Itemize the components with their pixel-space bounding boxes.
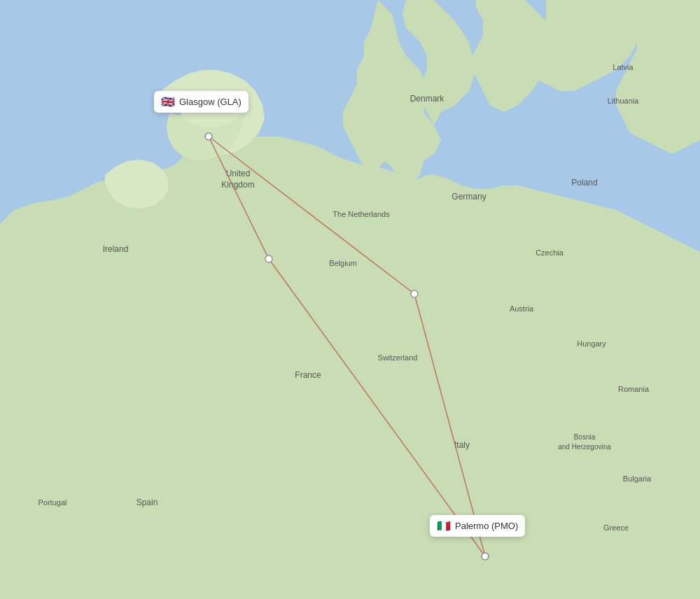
label-germany: Germany xyxy=(451,192,486,202)
waypoint1-dot xyxy=(265,255,272,262)
label-switzerland: Switzerland xyxy=(378,353,418,362)
label-lithuania: Lithuania xyxy=(608,97,640,105)
label-ireland: Ireland xyxy=(103,244,129,254)
label-portugal: Portugal xyxy=(38,498,67,507)
label-netherlands: The Netherlands xyxy=(332,210,390,218)
map-svg: Denmark Latvia Lithuania Poland Germany … xyxy=(0,0,700,599)
label-latvia: Latvia xyxy=(612,63,634,71)
label-bosnia: Bosnia xyxy=(574,433,596,441)
label-italy: Italy xyxy=(454,440,470,450)
glasgow-flag: 🇬🇧 xyxy=(161,95,175,108)
label-france: France xyxy=(295,370,321,380)
label-bulgaria: Bulgaria xyxy=(623,474,652,483)
label-czechia: Czechia xyxy=(536,248,564,257)
label-spain: Spain xyxy=(136,498,158,507)
glasgow-text: Glasgow (GLA) xyxy=(179,97,241,107)
palermo-flag: 🇮🇹 xyxy=(437,519,451,533)
label-uk2: Kingdom xyxy=(221,180,254,190)
palermo-dot-svg xyxy=(482,553,489,560)
glasgow-label: 🇬🇧 Glasgow (GLA) xyxy=(154,91,248,113)
label-uk1: United xyxy=(226,169,251,178)
label-denmark: Denmark xyxy=(410,94,445,104)
label-greece: Greece xyxy=(603,523,629,532)
glasgow-dot-svg xyxy=(205,133,212,140)
label-austria: Austria xyxy=(510,304,534,313)
palermo-label: 🇮🇹 Palermo (PMO) xyxy=(430,515,525,537)
label-belgium: Belgium xyxy=(329,259,357,267)
label-bosnia2: and Herzegovina xyxy=(558,443,611,451)
waypoint2-dot xyxy=(411,290,418,297)
label-romania: Romania xyxy=(618,385,650,393)
label-hungary: Hungary xyxy=(577,339,606,348)
palermo-text: Palermo (PMO) xyxy=(455,521,518,531)
label-poland: Poland xyxy=(571,178,597,188)
map-container: Denmark Latvia Lithuania Poland Germany … xyxy=(0,0,700,599)
